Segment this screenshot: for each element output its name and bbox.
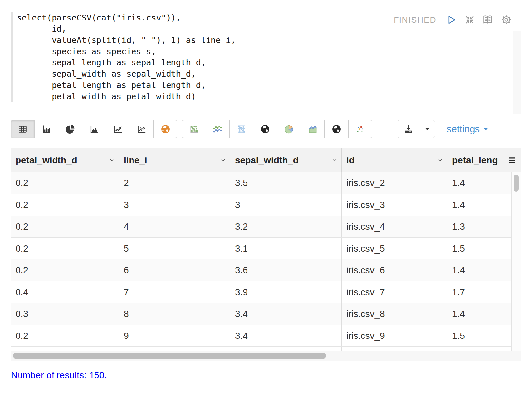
output-toggle-button[interactable]: [482, 14, 494, 26]
paragraph-top-divider: [11, 3, 521, 3]
column-label: line_i: [124, 155, 147, 166]
viz-button-multi-line-chart[interactable]: [206, 120, 230, 138]
table-cell: iris.csv_2: [342, 172, 447, 194]
table-cell: 1.4: [447, 303, 511, 325]
table-cell: 0.2: [11, 325, 119, 346]
table-row: 0.263.6iris.csv_61.4: [11, 259, 521, 281]
table-cell: iris.csv_7: [342, 281, 447, 303]
table-cell: iris.csv_3: [342, 194, 447, 216]
table-cell: iris.csv_5: [342, 238, 447, 259]
book-icon: [482, 14, 494, 26]
pie-chart-icon: [65, 124, 75, 134]
result-table: petal_width_d line_i sepal_width_d id: [11, 148, 521, 361]
chevron-down-icon: [108, 157, 115, 164]
notebook-paragraph: select(parseCSV(cat("iris.csv")), id, va…: [0, 3, 532, 380]
viz-button-pie-chart-color[interactable]: [277, 120, 301, 138]
table-cell: 1.4: [447, 259, 511, 281]
table-icon: [18, 124, 28, 134]
table-cell: 1.4: [447, 194, 511, 216]
table-row: 0.233iris.csv_31.4: [11, 194, 521, 216]
table-cell: 0.2: [11, 259, 119, 281]
chevron-down-icon: [437, 157, 444, 164]
viz-toolbar: settings: [11, 120, 521, 138]
column-header-sepal_width_d[interactable]: sepal_width_d: [230, 148, 342, 172]
grid-heatmap-icon: [236, 124, 247, 134]
run-icon: [445, 14, 457, 26]
viz-button-scatter-color[interactable]: [348, 120, 372, 138]
globe-dark-icon: [260, 124, 270, 134]
table-cell: 7: [119, 281, 230, 303]
viz-button-grid-heatmap[interactable]: [229, 120, 253, 138]
settings-gear-button[interactable]: [500, 14, 512, 26]
viz-button-globe-orange[interactable]: [153, 120, 177, 138]
table-cell: 0.2: [11, 238, 119, 259]
table-cell: iris.csv_6: [342, 259, 447, 281]
area-chart-icon: [89, 124, 99, 134]
viz-button-area-chart[interactable]: [82, 120, 106, 138]
scatter-color-icon: [355, 124, 365, 134]
editor-scrollbar-track[interactable]: [513, 31, 521, 114]
viz-button-table[interactable]: [11, 120, 35, 138]
table-menu-button[interactable]: [502, 148, 521, 172]
table-rows: 0.223.5iris.csv_21.40.233iris.csv_31.40.…: [11, 172, 521, 347]
table-cell: 3.6: [230, 259, 342, 281]
vertical-scrollbar-track[interactable]: [511, 172, 521, 351]
extra-viz-group: [182, 120, 372, 138]
settings-link[interactable]: settings: [447, 124, 489, 135]
column-header-id[interactable]: id: [342, 148, 447, 172]
collapse-button[interactable]: [464, 14, 475, 25]
multi-line-chart-icon: [212, 124, 223, 134]
chevron-down-icon: [220, 157, 227, 164]
code-editor-section: select(parseCSV(cat("iris.csv")), id, va…: [11, 12, 521, 102]
table-cell: iris.csv_4: [342, 216, 447, 237]
table-cell: 8: [119, 303, 230, 325]
globe-orange-icon: [160, 124, 171, 134]
table-cell: iris.csv_8: [342, 303, 447, 325]
table-cell: 1.5: [447, 238, 511, 259]
viz-button-globe-dark[interactable]: [253, 120, 277, 138]
indent-guide: [39, 26, 39, 99]
column-header-line_i[interactable]: line_i: [119, 148, 230, 172]
table-cell: 1.4: [447, 172, 511, 194]
globe-dark-icon-2: [331, 124, 342, 134]
table-row: 0.383.4iris.csv_81.4: [11, 303, 521, 325]
table-cell: 3.5: [230, 172, 342, 194]
table-cell: 3.4: [230, 325, 342, 346]
table-cell: 4: [119, 216, 230, 237]
table-cell: 3: [230, 194, 342, 216]
viz-button-scatter-chart[interactable]: [130, 120, 154, 138]
horizontal-scrollbar-track[interactable]: [11, 351, 521, 361]
table-cell: 3.1: [230, 238, 342, 259]
vertical-scrollbar-thumb[interactable]: [514, 175, 519, 192]
column-header-petal_width_d[interactable]: petal_width_d: [11, 148, 119, 172]
download-button[interactable]: [398, 120, 420, 138]
area-chart-color-icon: [308, 124, 318, 134]
viz-button-globe-dark-2[interactable]: [324, 120, 349, 138]
table-row: 0.293.4iris.csv_91.5: [11, 325, 521, 347]
table-cell: 0.4: [11, 281, 119, 303]
viz-button-line-chart[interactable]: [106, 120, 130, 138]
bar-chart-icon: [41, 124, 52, 134]
viz-button-pie-chart[interactable]: [58, 120, 82, 138]
paragraph-controls: FINISHED: [394, 14, 512, 26]
caret-down-icon: [423, 125, 432, 133]
table-cell: 3: [119, 194, 230, 216]
compress-icon: [464, 14, 475, 25]
viz-button-bar-chart[interactable]: [34, 120, 58, 138]
hamburger-icon: [507, 155, 517, 165]
table-cell: 1.7: [447, 281, 511, 303]
table-cell: 3.4: [230, 303, 342, 325]
run-button[interactable]: [445, 14, 457, 26]
viz-button-bubble-matrix[interactable]: [182, 120, 206, 138]
table-cell: 0.2: [11, 216, 119, 237]
table-cell: 1.3: [447, 216, 511, 237]
download-options-button[interactable]: [420, 120, 435, 138]
pie-chart-color-icon: [284, 124, 294, 134]
viz-button-area-chart-color[interactable]: [301, 120, 325, 138]
column-label: petal_width_d: [16, 155, 77, 166]
chevron-down-icon: [331, 157, 338, 164]
table-body: 0.223.5iris.csv_21.40.233iris.csv_31.40.…: [11, 172, 521, 351]
table-cell: 3.2: [230, 216, 342, 237]
horizontal-scrollbar-thumb[interactable]: [13, 353, 326, 359]
column-header-petal_length[interactable]: petal_leng: [447, 148, 502, 172]
